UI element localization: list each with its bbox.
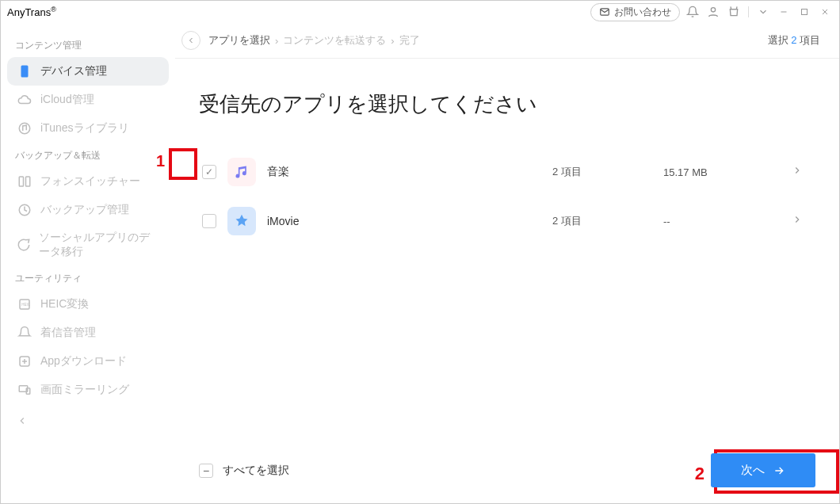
sidebar-item-label: デバイス管理 xyxy=(40,64,107,78)
sidebar-item-label: ソーシャルアプリのデータ移行 xyxy=(39,231,159,259)
app-title: AnyTrans® xyxy=(7,6,56,18)
cart-icon[interactable] xyxy=(726,4,742,20)
chevron-left-icon xyxy=(17,415,28,426)
user-icon[interactable] xyxy=(705,4,721,20)
breadcrumb-step1[interactable]: アプリを選択 xyxy=(208,33,270,48)
sidebar-item-ringtone[interactable]: 着信音管理 xyxy=(7,319,169,347)
table-row: iMovie 2 項目 -- xyxy=(199,199,815,243)
breadcrumb-separator: › xyxy=(275,35,278,47)
heic-icon: HEIC xyxy=(17,296,32,312)
sidebar-item-mirror[interactable]: 画面ミラーリング xyxy=(7,376,169,404)
chevron-right-icon xyxy=(792,165,803,176)
breadcrumb-step3: 完了 xyxy=(399,33,420,48)
close-button[interactable] xyxy=(817,4,833,20)
sidebar-item-social[interactable]: ソーシャルアプリのデータ移行 xyxy=(7,224,169,265)
select-all-label: すべてを選択 xyxy=(223,464,289,478)
sidebar-item-backup[interactable]: バックアップ管理 xyxy=(7,196,169,224)
svg-rect-6 xyxy=(26,177,30,186)
svg-rect-2 xyxy=(802,10,808,15)
sidebar-item-device[interactable]: デバイス管理 xyxy=(7,57,169,86)
itunes-icon xyxy=(17,120,32,136)
titlebar: AnyTrans® お問い合わせ xyxy=(1,1,839,23)
svg-rect-3 xyxy=(21,66,29,78)
svg-text:HEIC: HEIC xyxy=(21,303,31,307)
row-name: 音楽 xyxy=(267,165,552,179)
row-size: -- xyxy=(663,216,758,227)
device-icon xyxy=(17,63,32,79)
mirror-icon xyxy=(17,382,32,398)
minimize-button[interactable] xyxy=(776,4,792,20)
dropdown-button[interactable] xyxy=(755,4,771,20)
collapse-sidebar-button[interactable] xyxy=(7,410,169,434)
row-expand-button[interactable] xyxy=(758,214,811,228)
back-button[interactable] xyxy=(181,31,200,50)
sidebar-section-label: バックアップ＆転送 xyxy=(7,143,169,167)
contact-button[interactable]: お問い合わせ xyxy=(590,3,680,21)
annotation-number-1: 1 xyxy=(156,152,165,170)
mail-icon xyxy=(599,6,610,17)
sidebar-item-label: iTunesライブラリ xyxy=(40,121,129,136)
sidebar-section-label: コンテンツ管理 xyxy=(7,32,169,57)
page-title: 受信先のアプリを選択してください xyxy=(199,90,815,118)
sidebar-item-label: 着信音管理 xyxy=(40,326,96,340)
switch-icon xyxy=(17,174,32,189)
ringtone-icon xyxy=(17,325,32,341)
backup-icon xyxy=(17,202,32,218)
chevron-left-icon xyxy=(186,36,196,45)
icloud-icon xyxy=(17,92,32,108)
sidebar-item-switcher[interactable]: フォンスイッチャー xyxy=(7,167,169,196)
social-icon xyxy=(17,237,31,253)
breadcrumb-separator: › xyxy=(391,35,394,47)
sidebar-item-label: 画面ミラーリング xyxy=(40,383,129,397)
sidebar-section-label: ユーティリティ xyxy=(7,265,169,290)
annotation-box-1 xyxy=(169,148,197,180)
sidebar-item-label: Appダウンロード xyxy=(40,354,127,368)
sidebar-item-label: HEIC変換 xyxy=(40,297,89,311)
row-checkbox[interactable] xyxy=(202,214,216,228)
svg-point-1 xyxy=(711,8,715,12)
chevron-right-icon xyxy=(792,214,803,225)
row-expand-button[interactable] xyxy=(758,165,811,179)
footer: すべてを選択 次へ xyxy=(199,453,815,487)
sidebar-item-heic[interactable]: HEIC HEIC変換 xyxy=(7,290,169,319)
music-icon xyxy=(227,158,256,186)
sidebar-item-appdl[interactable]: Appダウンロード xyxy=(7,347,169,376)
row-count: 2 項目 xyxy=(552,214,663,228)
appdl-icon xyxy=(17,353,32,369)
row-checkbox[interactable] xyxy=(202,165,216,179)
sidebar-item-label: iCloud管理 xyxy=(40,93,94,107)
row-name: iMovie xyxy=(267,215,552,227)
select-all-control[interactable]: すべてを選択 xyxy=(199,464,289,478)
table-row: 音楽 2 項目 15.17 MB xyxy=(199,150,815,194)
breadcrumb: アプリを選択 › コンテンツを転送する › 完了 選択 2 項目 xyxy=(175,23,839,59)
sidebar-item-label: バックアップ管理 xyxy=(40,203,129,217)
arrow-right-icon xyxy=(773,464,785,477)
svg-rect-5 xyxy=(19,177,23,186)
breadcrumb-step2: コンテンツを転送する xyxy=(283,33,386,48)
svg-point-4 xyxy=(19,123,30,134)
notification-icon[interactable] xyxy=(685,4,701,20)
maximize-button[interactable] xyxy=(796,4,812,20)
imovie-icon xyxy=(227,207,256,235)
next-button[interactable]: 次へ xyxy=(711,453,815,487)
sidebar-item-itunes[interactable]: iTunesライブラリ xyxy=(7,114,169,143)
selection-info: 選択 2 項目 xyxy=(768,33,820,48)
sidebar: コンテンツ管理 デバイス管理 iCloud管理 iTunesライブラリ バックア… xyxy=(1,23,175,503)
select-all-checkbox[interactable] xyxy=(199,464,213,478)
row-size: 15.17 MB xyxy=(663,166,758,178)
sidebar-item-label: フォンスイッチャー xyxy=(40,174,140,189)
row-count: 2 項目 xyxy=(552,165,663,179)
sidebar-item-icloud[interactable]: iCloud管理 xyxy=(7,86,169,114)
